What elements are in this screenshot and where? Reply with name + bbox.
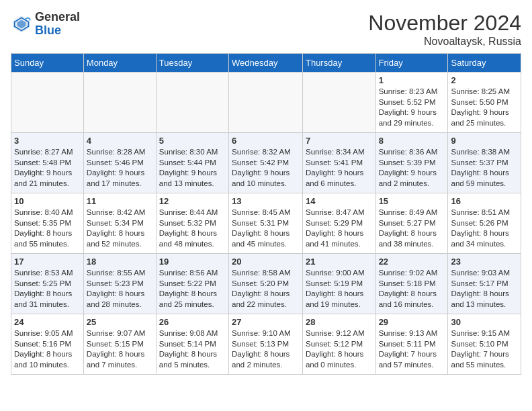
day-number: 20 [232, 257, 300, 267]
calendar-cell: 12Sunrise: 8:44 AM Sunset: 5:32 PM Dayli… [156, 193, 228, 254]
calendar-cell: 7Sunrise: 8:34 AM Sunset: 5:41 PM Daylig… [302, 133, 375, 193]
day-number: 15 [379, 196, 445, 206]
day-info: Sunrise: 8:30 AM Sunset: 5:44 PM Dayligh… [159, 147, 226, 189]
day-info: Sunrise: 8:40 AM Sunset: 5:35 PM Dayligh… [14, 208, 81, 249]
calendar-cell: 27Sunrise: 9:10 AM Sunset: 5:13 PM Dayli… [229, 314, 303, 375]
day-info: Sunrise: 8:56 AM Sunset: 5:22 PM Dayligh… [159, 268, 226, 310]
page-header: General Blue November 2024 Novoaltaysk, … [11, 11, 521, 48]
day-of-week-header: Sunday [11, 54, 84, 73]
calendar-cell: 11Sunrise: 8:42 AM Sunset: 5:34 PM Dayli… [83, 193, 156, 254]
calendar-cell: 19Sunrise: 8:56 AM Sunset: 5:22 PM Dayli… [156, 254, 228, 314]
calendar-cell: 14Sunrise: 8:47 AM Sunset: 5:29 PM Dayli… [302, 193, 375, 254]
logo-icon [11, 13, 32, 35]
day-info: Sunrise: 9:08 AM Sunset: 5:14 PM Dayligh… [159, 328, 226, 370]
day-info: Sunrise: 9:02 AM Sunset: 5:18 PM Dayligh… [379, 268, 445, 310]
day-number: 29 [379, 317, 445, 327]
calendar-cell: 8Sunrise: 8:36 AM Sunset: 5:39 PM Daylig… [375, 133, 448, 193]
day-of-week-header: Tuesday [156, 54, 228, 73]
day-number: 28 [306, 317, 373, 327]
day-number: 14 [306, 196, 373, 206]
calendar-cell: 20Sunrise: 8:58 AM Sunset: 5:20 PM Dayli… [229, 254, 303, 314]
day-number: 17 [14, 257, 81, 267]
day-number: 30 [451, 317, 518, 327]
day-number: 10 [14, 196, 81, 206]
day-number: 6 [232, 136, 300, 146]
calendar-cell: 16Sunrise: 8:51 AM Sunset: 5:26 PM Dayli… [448, 193, 521, 254]
day-info: Sunrise: 8:42 AM Sunset: 5:34 PM Dayligh… [87, 208, 153, 249]
calendar-cell: 15Sunrise: 8:49 AM Sunset: 5:27 PM Dayli… [375, 193, 448, 254]
calendar-week-row: 17Sunrise: 8:53 AM Sunset: 5:25 PM Dayli… [11, 254, 521, 314]
day-info: Sunrise: 8:34 AM Sunset: 5:41 PM Dayligh… [306, 147, 373, 189]
day-of-week-header: Friday [375, 54, 448, 73]
day-info: Sunrise: 9:03 AM Sunset: 5:17 PM Dayligh… [451, 268, 518, 310]
day-info: Sunrise: 8:47 AM Sunset: 5:29 PM Dayligh… [306, 208, 373, 249]
day-number: 25 [87, 317, 153, 327]
day-info: Sunrise: 8:23 AM Sunset: 5:52 PM Dayligh… [379, 87, 445, 128]
day-info: Sunrise: 9:12 AM Sunset: 5:12 PM Dayligh… [306, 328, 373, 370]
calendar-week-row: 24Sunrise: 9:05 AM Sunset: 5:16 PM Dayli… [11, 314, 521, 375]
calendar-cell [229, 73, 303, 133]
calendar-cell [302, 73, 375, 133]
calendar-cell: 21Sunrise: 9:00 AM Sunset: 5:19 PM Dayli… [302, 254, 375, 314]
month-title: November 2024 [368, 11, 521, 36]
day-number: 16 [451, 196, 518, 206]
title-block: November 2024 Novoaltaysk, Russia [368, 11, 521, 48]
logo-text: General Blue [35, 11, 80, 38]
calendar-cell: 17Sunrise: 8:53 AM Sunset: 5:25 PM Dayli… [11, 254, 84, 314]
calendar-cell: 18Sunrise: 8:55 AM Sunset: 5:23 PM Dayli… [83, 254, 156, 314]
calendar-cell: 9Sunrise: 8:38 AM Sunset: 5:37 PM Daylig… [448, 133, 521, 193]
day-info: Sunrise: 8:27 AM Sunset: 5:48 PM Dayligh… [14, 147, 81, 189]
day-number: 11 [87, 196, 153, 206]
day-number: 9 [451, 136, 518, 146]
calendar-cell: 4Sunrise: 8:28 AM Sunset: 5:46 PM Daylig… [83, 133, 156, 193]
day-number: 4 [87, 136, 153, 146]
calendar-cell: 5Sunrise: 8:30 AM Sunset: 5:44 PM Daylig… [156, 133, 228, 193]
location: Novoaltaysk, Russia [368, 36, 521, 48]
calendar-cell [156, 73, 228, 133]
calendar-cell: 23Sunrise: 9:03 AM Sunset: 5:17 PM Dayli… [448, 254, 521, 314]
day-number: 27 [232, 317, 300, 327]
day-of-week-header: Thursday [302, 54, 375, 73]
day-number: 8 [379, 136, 445, 146]
day-info: Sunrise: 9:05 AM Sunset: 5:16 PM Dayligh… [14, 328, 81, 370]
day-info: Sunrise: 8:49 AM Sunset: 5:27 PM Dayligh… [379, 208, 445, 249]
calendar-cell [11, 73, 84, 133]
day-number: 7 [306, 136, 373, 146]
day-info: Sunrise: 8:32 AM Sunset: 5:42 PM Dayligh… [232, 147, 300, 189]
day-info: Sunrise: 9:10 AM Sunset: 5:13 PM Dayligh… [232, 328, 300, 370]
day-of-week-header: Saturday [448, 54, 521, 73]
calendar-cell: 10Sunrise: 8:40 AM Sunset: 5:35 PM Dayli… [11, 193, 84, 254]
day-info: Sunrise: 8:55 AM Sunset: 5:23 PM Dayligh… [87, 268, 153, 310]
day-number: 23 [451, 257, 518, 267]
day-number: 12 [159, 196, 226, 206]
day-info: Sunrise: 9:15 AM Sunset: 5:10 PM Dayligh… [451, 328, 518, 370]
calendar-header-row: SundayMondayTuesdayWednesdayThursdayFrid… [11, 54, 521, 73]
day-info: Sunrise: 8:25 AM Sunset: 5:50 PM Dayligh… [451, 87, 518, 128]
day-number: 3 [14, 136, 81, 146]
calendar-cell: 29Sunrise: 9:13 AM Sunset: 5:11 PM Dayli… [375, 314, 448, 375]
calendar-week-row: 10Sunrise: 8:40 AM Sunset: 5:35 PM Dayli… [11, 193, 521, 254]
calendar-cell: 30Sunrise: 9:15 AM Sunset: 5:10 PM Dayli… [448, 314, 521, 375]
day-info: Sunrise: 8:44 AM Sunset: 5:32 PM Dayligh… [159, 208, 226, 249]
day-info: Sunrise: 8:53 AM Sunset: 5:25 PM Dayligh… [14, 268, 81, 310]
calendar-cell [83, 73, 156, 133]
day-info: Sunrise: 9:13 AM Sunset: 5:11 PM Dayligh… [379, 328, 445, 370]
calendar-cell: 6Sunrise: 8:32 AM Sunset: 5:42 PM Daylig… [229, 133, 303, 193]
calendar-week-row: 1Sunrise: 8:23 AM Sunset: 5:52 PM Daylig… [11, 73, 521, 133]
day-number: 22 [379, 257, 445, 267]
calendar-cell: 1Sunrise: 8:23 AM Sunset: 5:52 PM Daylig… [375, 73, 448, 133]
day-of-week-header: Monday [83, 54, 156, 73]
calendar-cell: 22Sunrise: 9:02 AM Sunset: 5:18 PM Dayli… [375, 254, 448, 314]
calendar-week-row: 3Sunrise: 8:27 AM Sunset: 5:48 PM Daylig… [11, 133, 521, 193]
day-number: 2 [451, 75, 518, 85]
day-number: 1 [379, 75, 445, 85]
day-number: 21 [306, 257, 373, 267]
day-number: 24 [14, 317, 81, 327]
calendar-cell: 25Sunrise: 9:07 AM Sunset: 5:15 PM Dayli… [83, 314, 156, 375]
day-info: Sunrise: 8:58 AM Sunset: 5:20 PM Dayligh… [232, 268, 300, 310]
calendar-cell: 2Sunrise: 8:25 AM Sunset: 5:50 PM Daylig… [448, 73, 521, 133]
day-info: Sunrise: 8:38 AM Sunset: 5:37 PM Dayligh… [451, 147, 518, 189]
calendar-cell: 28Sunrise: 9:12 AM Sunset: 5:12 PM Dayli… [302, 314, 375, 375]
day-info: Sunrise: 9:00 AM Sunset: 5:19 PM Dayligh… [306, 268, 373, 310]
day-of-week-header: Wednesday [229, 54, 303, 73]
